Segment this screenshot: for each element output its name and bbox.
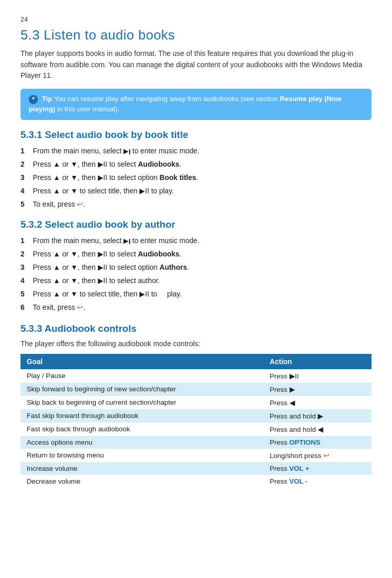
table-row: Increase volume Press VOL + bbox=[20, 462, 372, 475]
table-cell-action: Press VOL + bbox=[263, 462, 372, 475]
table-cell-action: Long/short press ↩ bbox=[263, 449, 372, 462]
step-num: 3 bbox=[20, 262, 33, 273]
step-532-5: 5 Press ▲ or ▼ to select title, then ▶II… bbox=[20, 289, 372, 300]
section-532-steps: 1 From the main menu, select ▶ to enter … bbox=[20, 235, 372, 313]
music-mode-icon-2: ▶ bbox=[123, 236, 130, 246]
table-cell-goal: Access options menu bbox=[20, 436, 263, 449]
step-content: Press ▲ or ▼, then ▶II to select option … bbox=[33, 172, 372, 183]
step-num: 6 bbox=[20, 302, 33, 313]
step-531-4: 4 Press ▲ or ▼ to select title, then ▶II… bbox=[20, 186, 372, 196]
step-531-5: 5 To exit, press ↩. bbox=[20, 199, 372, 210]
section-533-intro: The player offers the following audioboo… bbox=[20, 340, 372, 348]
step-532-6: 6 To exit, press ↩. bbox=[20, 302, 372, 313]
page-number: 24 bbox=[20, 15, 372, 23]
back-icon: ↩ bbox=[323, 452, 329, 460]
table-cell-action: Press OPTIONS bbox=[263, 436, 372, 449]
table-header-action: Action bbox=[263, 354, 372, 369]
table-cell-action: Press and hold ▶ bbox=[263, 409, 372, 423]
step-531-2: 2 Press ▲ or ▼, then ▶II to select Audio… bbox=[20, 159, 372, 170]
table-cell-goal: Increase volume bbox=[20, 462, 263, 475]
section-531-steps: 1 From the main menu, select ▶ to enter … bbox=[20, 146, 372, 210]
table-cell-goal: Skip back to beginning of current sectio… bbox=[20, 396, 263, 409]
section-532-title: 5.3.2 Select audio book by author bbox=[20, 219, 372, 230]
step-num: 4 bbox=[20, 275, 33, 286]
table-header-goal: Goal bbox=[20, 354, 263, 369]
step-content: Press ▲ or ▼ to select title, then ▶II t… bbox=[33, 289, 372, 300]
step-content: Press ▲ or ▼, then ▶II to select author. bbox=[33, 275, 372, 286]
table-row: Decrease volume Press VOL - bbox=[20, 475, 372, 488]
section-533: 5.3.3 Audiobook controls The player offe… bbox=[20, 323, 372, 488]
step-num: 4 bbox=[20, 186, 33, 196]
table-row: Play / Pause Press ▶II bbox=[20, 369, 372, 383]
step-num: 3 bbox=[20, 172, 33, 183]
table-row: Return to browsing menu Long/short press… bbox=[20, 449, 372, 462]
step-531-3: 3 Press ▲ or ▼, then ▶II to select optio… bbox=[20, 172, 372, 183]
table-row: Access options menu Press OPTIONS bbox=[20, 436, 372, 449]
intro-paragraph: The player supports books in audio forma… bbox=[20, 48, 372, 82]
options-text: OPTIONS bbox=[290, 439, 321, 446]
table-cell-action: Press VOL - bbox=[263, 475, 372, 488]
vol-minus-text: VOL - bbox=[290, 477, 308, 485]
step-532-1: 1 From the main menu, select ▶ to enter … bbox=[20, 235, 372, 246]
step-content: From the main menu, select ▶ to enter mu… bbox=[33, 146, 372, 156]
step-num: 5 bbox=[20, 289, 33, 300]
step-content: Press ▲ or ▼, then ▶II to select option … bbox=[33, 262, 372, 273]
step-num: 1 bbox=[20, 235, 33, 246]
table-cell-goal: Play / Pause bbox=[20, 369, 263, 383]
table-cell-action: Press ▶ bbox=[263, 383, 372, 396]
step-num: 2 bbox=[20, 159, 33, 170]
step-content: From the main menu, select ▶ to enter mu… bbox=[33, 235, 372, 246]
vol-plus-text: VOL + bbox=[290, 465, 310, 472]
music-mode-icon: ▶ bbox=[123, 146, 130, 156]
table-cell-action: Press ▶II bbox=[263, 369, 372, 383]
table-row: Fast skip forward through audiobook Pres… bbox=[20, 409, 372, 423]
step-num: 5 bbox=[20, 199, 33, 210]
step-content: Press ▲ or ▼ to select title, then ▶II t… bbox=[33, 186, 372, 196]
table-cell-action: Press and hold ◀ bbox=[263, 423, 372, 436]
step-num: 1 bbox=[20, 146, 33, 156]
table-cell-goal: Fast skip back through audiobook bbox=[20, 423, 263, 436]
table-cell-goal: Skip forward to beginning of new section… bbox=[20, 383, 263, 396]
step-532-2: 2 Press ▲ or ▼, then ▶II to select Audio… bbox=[20, 249, 372, 260]
table-row: Fast skip back through audiobook Press a… bbox=[20, 423, 372, 436]
step-532-4: 4 Press ▲ or ▼, then ▶II to select autho… bbox=[20, 275, 372, 286]
step-content: Press ▲ or ▼, then ▶II to select Audiobo… bbox=[33, 159, 372, 170]
tip-text: You can resume play after navigating awa… bbox=[54, 95, 280, 103]
step-num: 2 bbox=[20, 249, 33, 260]
step-531-1: 1 From the main menu, select ▶ to enter … bbox=[20, 146, 372, 156]
controls-table: Goal Action Play / Pause Press ▶II Skip … bbox=[20, 354, 372, 488]
section-533-title: 5.3.3 Audiobook controls bbox=[20, 323, 372, 334]
table-row: Skip back to beginning of current sectio… bbox=[20, 396, 372, 409]
table-cell-goal: Fast skip forward through audiobook bbox=[20, 409, 263, 423]
step-content: To exit, press ↩. bbox=[33, 199, 372, 210]
tip-text2: in this user manual). bbox=[55, 105, 119, 113]
table-cell-action: Press ◀ bbox=[263, 396, 372, 409]
main-title: 5.3 Listen to audio books bbox=[20, 27, 372, 43]
tip-star-icon: * bbox=[29, 95, 38, 104]
table-row: Skip forward to beginning of new section… bbox=[20, 383, 372, 396]
tip-label: Tip bbox=[42, 95, 52, 103]
table-cell-goal: Return to browsing menu bbox=[20, 449, 263, 462]
tip-box: * Tip You can resume play after navigati… bbox=[20, 89, 372, 120]
step-content: Press ▲ or ▼, then ▶II to select Audiobo… bbox=[33, 249, 372, 260]
step-content: To exit, press ↩. bbox=[33, 302, 372, 313]
section-531-title: 5.3.1 Select audio book by book title bbox=[20, 129, 372, 141]
step-532-3: 3 Press ▲ or ▼, then ▶II to select optio… bbox=[20, 262, 372, 273]
table-cell-goal: Decrease volume bbox=[20, 475, 263, 488]
